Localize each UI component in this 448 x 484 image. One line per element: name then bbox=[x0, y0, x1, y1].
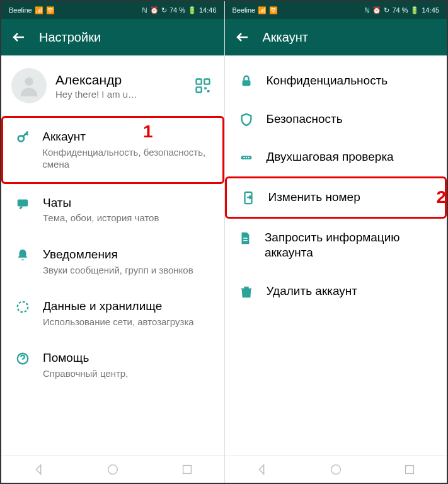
statusbar: Beeline 📶 🛜 ℕ ⏰ ↻ 74 % 🔋 14:46 bbox=[1, 1, 224, 19]
chat-icon bbox=[14, 197, 32, 210]
avatar bbox=[11, 68, 47, 103]
profile-name: Александр bbox=[55, 72, 183, 88]
item-title: Конфиденциальность bbox=[267, 73, 388, 89]
nav-back[interactable] bbox=[32, 463, 45, 476]
svg-rect-12 bbox=[242, 80, 250, 86]
dots-icon bbox=[238, 151, 255, 164]
lock-icon bbox=[238, 74, 255, 88]
svg-rect-1 bbox=[196, 79, 201, 84]
item-subtitle: Использование сети, автозагрузка bbox=[43, 316, 194, 328]
list-item[interactable]: Конфиденциальность bbox=[225, 62, 447, 100]
svg-point-15 bbox=[245, 157, 246, 158]
shield-icon bbox=[238, 113, 255, 127]
carrier: Beeline bbox=[9, 6, 32, 14]
item-title: Удалить аккаунт bbox=[267, 284, 357, 299]
nav-back[interactable] bbox=[255, 463, 268, 476]
signal-icon: 📶 bbox=[258, 6, 267, 14]
list-item[interactable]: Запросить информацию аккаунта bbox=[225, 219, 447, 272]
svg-point-18 bbox=[331, 464, 340, 474]
nav-home[interactable] bbox=[329, 463, 343, 476]
trash-icon bbox=[238, 285, 255, 299]
appbar: Настройки bbox=[1, 19, 224, 55]
phone-right: Beeline 📶 🛜 ℕ ⏰ ↻ 74 % 🔋 14:45 Аккаунт К… bbox=[224, 1, 447, 483]
nav-recent[interactable] bbox=[180, 463, 194, 476]
battery-icon: 🔋 bbox=[410, 6, 419, 14]
nav-home[interactable] bbox=[106, 463, 120, 476]
svg-point-8 bbox=[18, 302, 28, 313]
signal-icon: 📶 bbox=[35, 6, 43, 14]
appbar-title: Настройки bbox=[39, 30, 101, 45]
carrier: Beeline bbox=[233, 6, 256, 14]
svg-rect-3 bbox=[196, 87, 201, 92]
help-icon bbox=[14, 352, 32, 366]
wifi-icon: 🛜 bbox=[269, 6, 278, 14]
list-item[interactable]: АккаунтКонфиденциальность, безопасность,… bbox=[1, 116, 224, 184]
item-title: Аккаунт bbox=[42, 129, 209, 145]
svg-rect-4 bbox=[204, 87, 207, 89]
list-item[interactable]: Изменить номер2 bbox=[225, 176, 447, 219]
svg-point-6 bbox=[18, 135, 24, 141]
nav-recent[interactable] bbox=[403, 463, 416, 476]
item-title: Безопасность bbox=[267, 112, 343, 127]
back-icon[interactable] bbox=[235, 30, 250, 45]
svg-rect-19 bbox=[406, 465, 414, 473]
svg-point-16 bbox=[248, 157, 249, 158]
svg-point-14 bbox=[243, 157, 244, 158]
clock: 14:46 bbox=[199, 6, 217, 14]
item-title: Запросить информацию аккаунта bbox=[265, 230, 434, 261]
alarm-icon: ⏰ bbox=[372, 6, 381, 14]
list-item[interactable]: Безопасность bbox=[225, 100, 447, 139]
item-subtitle: Тема, обои, история чатов bbox=[43, 212, 159, 224]
phone-icon bbox=[239, 191, 257, 205]
profile-status: Hey there! I am u… bbox=[55, 89, 183, 100]
battery-icon: 🔋 bbox=[188, 6, 197, 14]
statusbar: Beeline 📶 🛜 ℕ ⏰ ↻ 74 % 🔋 14:45 bbox=[225, 1, 447, 19]
item-subtitle: Справочный центр, bbox=[43, 367, 128, 380]
phone-left: Beeline 📶 🛜 ℕ ⏰ ↻ 74 % 🔋 14:46 Настройки… bbox=[1, 1, 224, 483]
svg-rect-7 bbox=[18, 199, 28, 206]
data-icon bbox=[14, 300, 32, 314]
nfc-icon: ℕ bbox=[142, 6, 147, 14]
svg-rect-5 bbox=[207, 90, 210, 93]
navbar bbox=[225, 455, 447, 483]
item-title: Данные и хранилище bbox=[43, 299, 194, 314]
sync-icon: ↻ bbox=[161, 6, 167, 14]
annotation-badge: 1 bbox=[143, 122, 153, 142]
battery-text: 74 % bbox=[169, 6, 185, 14]
svg-point-10 bbox=[108, 464, 117, 474]
sync-icon: ↻ bbox=[384, 6, 389, 14]
back-icon[interactable] bbox=[11, 30, 26, 45]
appbar-title: Аккаунт bbox=[263, 30, 308, 45]
list-item[interactable]: Данные и хранилищеИспользование сети, ав… bbox=[1, 287, 224, 339]
item-subtitle: Конфиденциальность, безопасность, смена bbox=[42, 146, 209, 171]
doc-icon bbox=[238, 231, 253, 245]
item-title: Помощь bbox=[43, 350, 128, 366]
battery-text: 74 % bbox=[392, 6, 408, 14]
appbar: Аккаунт bbox=[225, 19, 447, 55]
svg-rect-2 bbox=[204, 79, 209, 84]
alarm-icon: ⏰ bbox=[150, 6, 159, 14]
svg-rect-11 bbox=[183, 465, 191, 473]
annotation-badge: 2 bbox=[436, 187, 446, 207]
item-title: Чаты bbox=[43, 195, 159, 211]
list-item[interactable]: Двухшаговая проверка bbox=[225, 138, 447, 176]
nfc-icon: ℕ bbox=[364, 6, 370, 14]
item-title: Двухшаговая проверка bbox=[267, 149, 394, 165]
navbar bbox=[1, 455, 224, 483]
list-item[interactable]: ЧатыТема, обои, история чатов bbox=[1, 184, 224, 236]
clock: 14:45 bbox=[422, 6, 439, 14]
wifi-icon: 🛜 bbox=[46, 6, 55, 14]
settings-list: АккаунтКонфиденциальность, безопасность,… bbox=[1, 116, 224, 455]
bell-icon bbox=[14, 248, 32, 262]
svg-point-0 bbox=[25, 78, 33, 86]
item-title: Уведомления bbox=[43, 247, 193, 263]
key-icon bbox=[16, 130, 31, 144]
list-item[interactable]: Удалить аккаунт bbox=[225, 272, 447, 311]
item-subtitle: Звуки сообщений, групп и звонков bbox=[43, 264, 193, 277]
item-title: Изменить номер bbox=[268, 190, 360, 205]
list-item[interactable]: УведомленияЗвуки сообщений, групп и звон… bbox=[1, 236, 224, 287]
list-item[interactable]: ПомощьСправочный центр, bbox=[1, 339, 224, 391]
qr-icon[interactable] bbox=[192, 74, 214, 97]
account-list: КонфиденциальностьБезопасностьДвухшагова… bbox=[225, 55, 447, 455]
profile-row[interactable]: Александр Hey there! I am u… bbox=[1, 55, 224, 116]
